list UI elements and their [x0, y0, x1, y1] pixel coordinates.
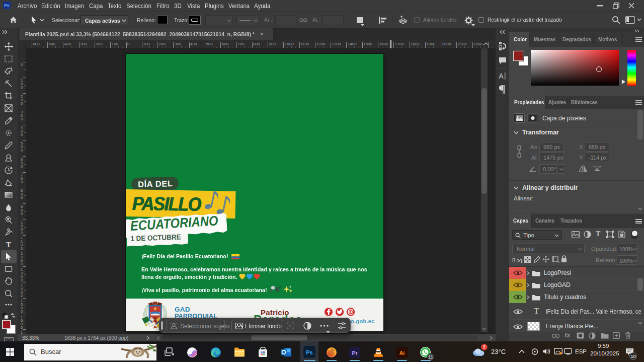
svg-text:A: A [499, 72, 504, 80]
svg-text:Ps: Ps [4, 3, 10, 8]
svg-text:Pr: Pr [352, 350, 357, 356]
svg-text:Ai: Ai [399, 350, 405, 356]
svg-text:Ps: Ps [306, 349, 312, 355]
svg-text:T: T [6, 241, 11, 249]
